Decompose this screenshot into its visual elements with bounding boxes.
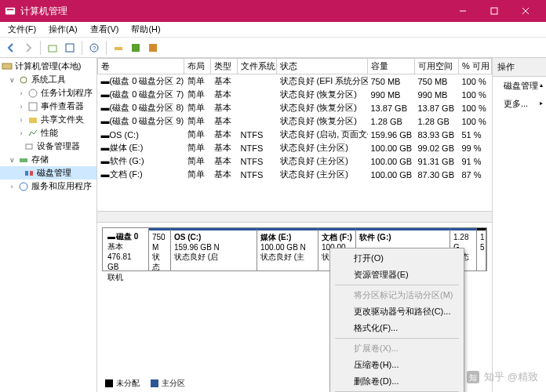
tree-diskmgmt[interactable]: 磁盘管理 — [0, 166, 96, 180]
back-icon[interactable] — [3, 40, 19, 56]
tree-services[interactable]: ›服务和应用程序 — [0, 180, 96, 193]
context-menu: 打开(O) 资源管理器(E) 将分区标记为活动分区(M) 更改驱动器号和路径(C… — [329, 248, 464, 392]
partition[interactable]: OS (C:)159.96 GB N状态良好 (启 — [171, 228, 257, 270]
tool2-icon[interactable] — [128, 40, 144, 56]
help-icon[interactable]: ? — [86, 40, 102, 56]
perf-icon — [27, 128, 38, 139]
col-fs[interactable]: 文件系统 — [238, 59, 277, 74]
svg-rect-17 — [29, 118, 37, 123]
tree-storage-label: 存储 — [31, 154, 49, 165]
minimize-button[interactable] — [447, 0, 479, 22]
volume-list[interactable]: 卷 布局 类型 文件系统 状态 容量 可用空间 % 可用 ▬ (磁盘 0 磁盘分… — [97, 58, 492, 223]
col-pct[interactable]: % 可用 — [459, 59, 492, 74]
col-layout[interactable]: 布局 — [184, 59, 211, 74]
col-cap[interactable]: 容量 — [368, 59, 415, 74]
ctx-explorer[interactable]: 资源管理器(E) — [332, 267, 462, 283]
tree-task[interactable]: ›任务计划程序 — [0, 86, 96, 100]
svg-rect-11 — [132, 44, 140, 52]
nav-tree: 计算机管理(本地) ∨ 系统工具 ›任务计划程序 ›事件查看器 ›共享文件夹 ›… — [0, 58, 97, 392]
col-free[interactable]: 可用空间 — [415, 59, 459, 74]
disk-header[interactable]: ▬磁盘 0 基本 476.81 GB 联机 — [103, 228, 149, 270]
computer-icon — [2, 61, 13, 72]
menu-action[interactable]: 操作(A) — [44, 22, 82, 37]
svg-rect-20 — [25, 171, 28, 176]
partition[interactable]: 750 M状态良 — [149, 228, 171, 270]
table-row[interactable]: ▬ (磁盘 0 磁盘分区 2)简单基本状态良好 (EFI 系统分区)750 MB… — [98, 74, 492, 89]
partition[interactable]: 媒体 (E:)100.00 GB N状态良好 (主 — [257, 228, 318, 270]
table-row[interactable]: ▬ (磁盘 0 磁盘分区 7)简单基本状态良好 (恢复分区)990 MB990 … — [98, 88, 492, 101]
tree-device[interactable]: 设备管理器 — [0, 140, 96, 153]
swatch-unalloc — [105, 379, 113, 387]
tree-root[interactable]: 计算机管理(本地) — [0, 60, 96, 73]
actions-more-label: 更多... — [504, 99, 528, 108]
app-icon — [5, 5, 16, 16]
list-scrollbar[interactable] — [97, 211, 492, 222]
tree-storage[interactable]: ∨存储 — [0, 153, 96, 166]
ctx-format[interactable]: 格式化(F)... — [332, 320, 462, 336]
swatch-primary — [151, 379, 158, 387]
refresh-icon[interactable] — [62, 40, 78, 56]
ctx-open[interactable]: 打开(O) — [332, 250, 462, 267]
tree-systools-label: 系统工具 — [31, 74, 66, 85]
col-volume[interactable]: 卷 — [98, 59, 184, 74]
watermark-text: 知乎 @精致 — [484, 370, 538, 384]
ctx-extend: 扩展卷(X)... — [332, 340, 462, 357]
tool1-icon[interactable] — [111, 40, 126, 56]
tree-diskmgmt-label: 磁盘管理 — [37, 167, 71, 179]
svg-point-14 — [20, 77, 27, 83]
ctx-change-letter[interactable]: 更改驱动器号和路径(C)... — [332, 303, 462, 320]
table-row[interactable]: ▬ 文档 (F:)简单基本NTFS状态良好 (主分区)100.00 GB87.3… — [98, 168, 492, 181]
svg-rect-21 — [30, 171, 33, 176]
disk-indicator-icon: ▬ — [107, 231, 114, 241]
svg-rect-18 — [26, 144, 32, 149]
svg-rect-1 — [7, 9, 14, 10]
maximize-button[interactable] — [479, 0, 510, 22]
tool3-icon[interactable] — [145, 40, 161, 56]
svg-text:?: ? — [93, 45, 96, 52]
col-status[interactable]: 状态 — [277, 59, 368, 74]
tree-task-label: 任务计划程序 — [41, 87, 93, 99]
volume-icon: ▬ — [101, 143, 107, 152]
disk-icon — [24, 168, 35, 179]
zhihu-icon: 知 — [467, 371, 479, 383]
actions-pane: 操作 磁盘管理▴ 更多...▸ — [493, 58, 546, 392]
tree-shared[interactable]: ›共享文件夹 — [0, 113, 96, 126]
tree-perf-label: 性能 — [41, 127, 58, 139]
svg-rect-7 — [66, 44, 74, 52]
actions-diskmgmt[interactable]: 磁盘管理▴ — [493, 77, 546, 95]
tree-systools[interactable]: ∨ 系统工具 — [0, 73, 96, 86]
menu-help[interactable]: 帮助(H) — [126, 22, 165, 37]
svg-rect-0 — [5, 8, 15, 15]
svg-rect-6 — [49, 45, 56, 52]
menu-file[interactable]: 文件(F) — [3, 22, 41, 37]
ctx-shrink[interactable]: 压缩卷(H)... — [332, 357, 462, 373]
table-row[interactable]: ▬ (磁盘 0 磁盘分区 9)简单基本状态良好 (恢复分区)1.28 GB1.2… — [98, 114, 492, 128]
table-row[interactable]: ▬ (磁盘 0 磁盘分区 8)简单基本状态良好 (恢复分区)13.87 GB13… — [98, 101, 492, 114]
tree-event[interactable]: ›事件查看器 — [0, 100, 96, 113]
actions-more[interactable]: 更多...▸ — [493, 95, 546, 113]
svg-text:知: 知 — [469, 373, 477, 382]
services-icon — [18, 181, 29, 192]
tree-perf[interactable]: ›性能 — [0, 126, 96, 140]
volume-icon: ▬ — [101, 116, 107, 125]
close-button[interactable] — [510, 0, 541, 22]
watermark: 知 知乎 @精致 — [467, 370, 538, 384]
clock-icon — [27, 88, 38, 99]
legend-unalloc: 未分配 — [116, 379, 140, 387]
menu-view[interactable]: 查看(V) — [86, 22, 124, 37]
ctx-mark-active: 将分区标记为活动分区(M) — [332, 287, 462, 303]
folder-icon — [27, 114, 38, 125]
volume-icon: ▬ — [101, 103, 107, 112]
toolbar: ? — [0, 38, 546, 58]
table-row[interactable]: ▬ OS (C:)简单基本NTFS状态良好 (启动, 页面文件, 故障转储, 主… — [98, 128, 492, 141]
forward-icon[interactable] — [20, 40, 36, 56]
up-icon[interactable] — [45, 40, 60, 56]
table-row[interactable]: ▬ 媒体 (E:)简单基本NTFS状态良好 (主分区)100.00 GB99.0… — [98, 141, 492, 154]
menubar: 文件(F) 操作(A) 查看(V) 帮助(H) — [0, 22, 546, 38]
partition[interactable]: 15 — [477, 228, 486, 270]
window-title: 计算机管理 — [20, 5, 447, 18]
ctx-delete[interactable]: 删除卷(D)... — [332, 373, 462, 390]
svg-rect-19 — [20, 158, 27, 162]
table-row[interactable]: ▬ 软件 (G:)简单基本NTFS状态良好 (主分区)100.00 GB91.3… — [98, 154, 492, 168]
col-type[interactable]: 类型 — [211, 59, 238, 74]
